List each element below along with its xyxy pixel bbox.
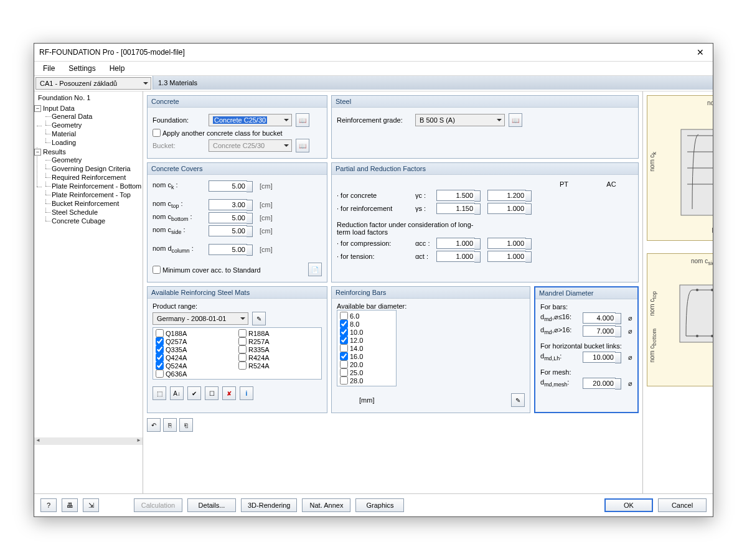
bar-checkbox[interactable]	[340, 360, 348, 368]
tree-r6[interactable]: Steel Schedule	[43, 208, 143, 217]
bar-checkbox[interactable]	[340, 352, 348, 360]
bar-checkbox[interactable]	[340, 344, 348, 352]
gc-pt-input[interactable]: 1.500	[436, 190, 475, 201]
mat-checkbox[interactable]	[238, 345, 247, 353]
bar-checkbox[interactable]	[340, 336, 348, 344]
mat-checkbox[interactable]	[156, 329, 164, 337]
bar-checkbox[interactable]	[340, 320, 348, 328]
mat-checkbox[interactable]	[238, 329, 247, 337]
covers-title: Concrete Covers	[148, 163, 327, 175]
uncheck-icon[interactable]: ☐	[205, 386, 218, 400]
ck-input[interactable]: 5.00	[209, 180, 247, 192]
dm-input[interactable]: 20.000	[583, 378, 616, 389]
delete-icon[interactable]: ✘	[222, 386, 236, 400]
export-icon[interactable]: ⇲	[83, 498, 99, 512]
bar-checkbox[interactable]	[340, 376, 348, 385]
mat-checkbox[interactable]	[238, 337, 247, 345]
mat-checkbox[interactable]	[156, 370, 164, 378]
svg-point-7	[696, 289, 698, 291]
library-icon[interactable]: 📖	[296, 113, 309, 127]
bar-checkbox[interactable]	[340, 328, 348, 336]
collapse-icon[interactable]: −	[34, 149, 41, 156]
case-selector[interactable]: CA1 - Posouzení základů	[35, 77, 151, 90]
nav-tree[interactable]: Foundation No. 1 − Input Data General Da…	[34, 91, 143, 493]
bars-list[interactable]: 6.08.010.012.014.016.020.025.028.0	[337, 310, 397, 386]
undo-icon[interactable]: ↶	[147, 418, 161, 432]
mat-checkbox[interactable]	[156, 345, 164, 353]
library-icon[interactable]: 📖	[509, 113, 522, 127]
factors-title: Partial and Reduction Factors	[332, 163, 638, 175]
tool-icon[interactable]: ⬚	[153, 386, 166, 400]
mat-checkbox[interactable]	[238, 362, 247, 370]
min-cover-checkbox[interactable]	[153, 266, 161, 274]
diameter-icon: ⌀	[628, 380, 632, 388]
gs-pt-input[interactable]: 1.150	[436, 203, 475, 214]
print-icon[interactable]: 🖶	[62, 498, 78, 512]
mat-checkbox[interactable]	[156, 353, 164, 362]
tree-r7[interactable]: Concrete Cubage	[43, 217, 143, 225]
acc-pt-input[interactable]: 1.000	[436, 238, 475, 249]
act-pt-input[interactable]: 1.000	[436, 251, 475, 262]
acc-label: αcc :	[415, 240, 433, 247]
graphics-button[interactable]: Graphics	[355, 498, 404, 512]
3d-button[interactable]: 3D-Rendering	[241, 498, 297, 512]
ctop-input[interactable]: 3.00	[209, 199, 247, 210]
tree-r0[interactable]: Geometry	[43, 156, 143, 164]
menu-help[interactable]: Help	[107, 63, 128, 74]
dlh-input[interactable]: 10.000	[583, 352, 616, 363]
details-button[interactable]: Details...	[187, 498, 236, 512]
rein-grade-combo[interactable]: B 500 S (A)	[415, 114, 505, 126]
gc-ac-input[interactable]: 1.200	[487, 190, 526, 201]
gs-ac-input[interactable]: 1.000	[487, 203, 526, 214]
apply-bucket-checkbox[interactable]	[153, 129, 161, 137]
bar-checkbox[interactable]	[340, 312, 348, 320]
tree-root[interactable]: Foundation No. 1	[34, 91, 143, 104]
sort-icon[interactable]: A↓	[170, 386, 184, 400]
info-icon[interactable]: i	[240, 386, 253, 400]
acc-ac-input[interactable]: 1.000	[487, 238, 526, 249]
mandrel-bars: For bars:	[540, 303, 632, 310]
tree-geometry[interactable]: Geometry	[43, 121, 143, 129]
cbot-input[interactable]: 5.00	[209, 212, 247, 223]
ok-button[interactable]: OK	[604, 498, 653, 512]
act-ac-input[interactable]: 1.000	[487, 251, 526, 262]
tree-general[interactable]: General Data	[43, 112, 143, 121]
tree-r5[interactable]: Bucket Reinforcement	[43, 199, 143, 208]
close-icon[interactable]: ✕	[693, 47, 708, 57]
tree-r2[interactable]: Required Reinforcement	[43, 173, 143, 182]
tree-r3[interactable]: Plate Reinforcement - Bottom	[43, 182, 143, 190]
tree-results[interactable]: Results	[43, 148, 66, 156]
dcol-input[interactable]: 5.00	[209, 244, 247, 255]
mats-list[interactable]: Q188AR188AQ257AR257AQ335AR335AQ424AR424A…	[153, 327, 322, 380]
menu-file[interactable]: File	[40, 63, 57, 74]
cancel-button[interactable]: Cancel	[658, 498, 707, 512]
tree-r4[interactable]: Plate Reinforcement - Top	[43, 190, 143, 199]
collapse-icon[interactable]: −	[34, 105, 41, 112]
tree-input-data[interactable]: Input Data	[43, 105, 75, 112]
edit-icon[interactable]: ✎	[252, 312, 266, 325]
mat-checkbox[interactable]	[238, 353, 247, 362]
tree-loading[interactable]: Loading	[43, 138, 143, 147]
cside-input[interactable]: 5.00	[209, 225, 247, 236]
edit-icon[interactable]: ✎	[511, 393, 525, 407]
paste-icon[interactable]: ⎗	[179, 418, 193, 432]
standard-icon[interactable]: 📄	[308, 263, 322, 276]
mat-checkbox[interactable]	[156, 362, 164, 370]
check-icon[interactable]: ✔	[187, 386, 201, 400]
help-icon[interactable]: ?	[40, 498, 57, 512]
tree-material[interactable]: Material	[43, 129, 143, 138]
natannex-button[interactable]: Nat. Annex	[302, 498, 350, 512]
range-combo[interactable]: Germany - 2008-01-01	[153, 312, 248, 325]
nav-scrollbar[interactable]	[34, 437, 143, 445]
tree-r1[interactable]: Governing Design Criteria	[43, 164, 143, 173]
d2-input[interactable]: 7.000	[583, 325, 616, 337]
foundation-combo[interactable]: Concrete C25/30	[209, 114, 292, 126]
menu-settings[interactable]: Settings	[66, 63, 98, 74]
bar-checkbox[interactable]	[340, 368, 348, 376]
foundation-value: Concrete C25/30	[213, 116, 267, 124]
copy-icon[interactable]: ⎘	[163, 418, 177, 432]
group-factors: Partial and Reduction Factors PT AC · fo…	[331, 162, 639, 282]
d1-input[interactable]: 4.000	[583, 312, 616, 324]
mat-checkbox[interactable]	[156, 337, 164, 345]
calc-button[interactable]: Calculation	[134, 498, 182, 512]
